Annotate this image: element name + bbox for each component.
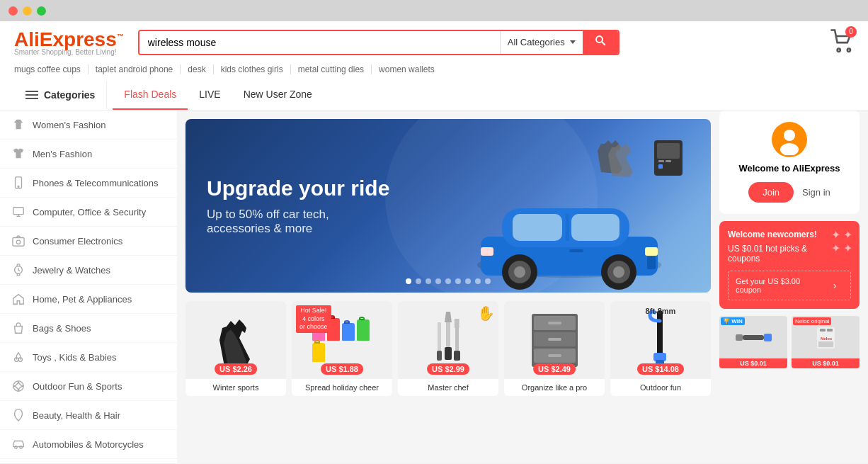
sidebar-item-home[interactable]: Home, Pet & Appliances	[0, 285, 177, 314]
banner-dot-0[interactable]	[406, 278, 411, 284]
price-badge-0: US $2.26	[215, 363, 257, 375]
suggestion-item[interactable]: metal cutting dies	[291, 64, 372, 74]
banner-dot-4[interactable]	[445, 278, 451, 284]
sidebar-item-label: Consumer Electronics	[33, 236, 122, 247]
svg-rect-10	[17, 264, 20, 266]
join-button[interactable]: Join	[748, 182, 794, 203]
hand-emoji: ✋	[477, 305, 495, 322]
svg-rect-61	[743, 335, 764, 340]
sidebar-item-electronics[interactable]: Consumer Electronics	[0, 227, 177, 256]
svg-rect-60	[736, 334, 743, 341]
sidebar-item-home-improvement[interactable]: Home Improvement & Tools	[0, 459, 177, 463]
categories-label: Categories	[44, 89, 95, 101]
hot-pick-memory[interactable]: Neloc original Neloc US $0.01	[792, 316, 860, 368]
nav-live[interactable]: LIVE	[188, 80, 232, 110]
sidebar-item-bags[interactable]: Bags & Shoes	[0, 314, 177, 343]
coupon-voucher-text: Get your US $3.00coupon	[736, 277, 800, 294]
banner-dot-3[interactable]	[435, 278, 441, 284]
search-input[interactable]	[139, 31, 500, 54]
avatar-svg	[774, 124, 805, 155]
user-avatar	[772, 122, 807, 157]
coupon-stars: ✦ ✦✦ ✦	[831, 228, 852, 255]
banner-dot-2[interactable]	[426, 278, 431, 284]
product-card-winter-sports[interactable]: US $2.26 Winter sports	[185, 301, 286, 396]
svg-rect-51	[548, 322, 561, 324]
suggestion-item[interactable]: kids clothes girls	[214, 64, 291, 74]
product-label-0: Winter sports	[185, 379, 286, 396]
tshirt-icon	[11, 147, 25, 161]
chevron-down-icon	[570, 40, 576, 44]
svg-point-0	[596, 36, 603, 43]
svg-rect-43	[454, 351, 460, 361]
categories-menu[interactable]: Categories	[14, 81, 107, 109]
product-card-holiday-cheer[interactable]: Hot Sale!4 colorsor choose US $1.88 Spre…	[292, 301, 392, 396]
category-label: All Categories	[508, 37, 565, 47]
search-button[interactable]	[583, 31, 618, 54]
sidebar-item-phones[interactable]: Phones & Telecommunications	[0, 169, 177, 198]
sidebar-item-automobiles[interactable]: Automobiles & Motorcycles	[0, 430, 177, 459]
product-card-outdoor-fun[interactable]: 8ft-8mm US $14.08 Outdoor fun	[610, 301, 711, 396]
sidebar-item-toys[interactable]: Toys , Kids & Babies	[0, 343, 177, 372]
sidebar-item-beauty[interactable]: Beauty, Health & Hair	[0, 401, 177, 430]
nav-bar: Categories Flash Deals LIVE New User Zon…	[0, 80, 868, 111]
svg-rect-11	[17, 273, 20, 276]
category-dropdown[interactable]: All Categories	[501, 31, 583, 54]
product-card-master-chef[interactable]: ✋ US $2.99 Master chef	[398, 301, 498, 396]
svg-rect-64	[818, 341, 833, 347]
sidebar-item-outdoor[interactable]: Outdoor Fun & Sports	[0, 372, 177, 401]
coupon-voucher[interactable]: Get your US $3.00coupon ›	[728, 271, 851, 300]
coupon-card: Welcome newcomers! US $0.01 hot picks &c…	[719, 221, 860, 309]
car-icon	[11, 437, 25, 451]
sidebar-item-label: Women's Fashion	[33, 120, 105, 130]
product-label-2: Master chef	[398, 379, 498, 396]
search-bar: All Categories	[138, 30, 619, 55]
logo-area[interactable]: AliExpress™ Smarter Shopping, Better Liv…	[14, 28, 124, 56]
sidebar-item-womens-fashion[interactable]: Women's Fashion	[0, 111, 177, 140]
svg-rect-32	[647, 256, 656, 269]
nav-new-user-zone[interactable]: New User Zone	[232, 80, 324, 110]
svg-text:Neloc: Neloc	[821, 336, 833, 341]
hot-pick-img-memory: Neloc original Neloc	[792, 316, 860, 358]
banner-accessories	[640, 133, 697, 193]
product-image-wrap: US $2.26	[185, 301, 286, 379]
logo-text: AliExpress	[14, 28, 117, 50]
suggestion-item[interactable]: mugs coffee cups	[14, 64, 88, 74]
maximize-button[interactable]	[37, 6, 46, 16]
cart-badge: 0	[845, 26, 857, 38]
coupon-arrow[interactable]: ›	[826, 277, 843, 294]
svg-rect-20	[513, 214, 562, 241]
nav-flash-deals[interactable]: Flash Deals	[113, 80, 188, 110]
main-layout: Women's Fashion Men's Fashion Phones & T…	[0, 111, 868, 463]
svg-rect-37	[658, 164, 663, 169]
suggestion-item[interactable]: women wallets	[372, 64, 442, 74]
knives-display	[430, 308, 466, 372]
svg-rect-21	[571, 214, 619, 241]
product-card-organize[interactable]: US $2.49 Organize like a pro	[504, 301, 605, 396]
svg-rect-23	[645, 247, 658, 256]
suggestion-item[interactable]: taplet android phone	[88, 64, 181, 74]
sign-in-link[interactable]: Sign in	[802, 187, 830, 198]
banner-dot-5[interactable]	[455, 278, 461, 284]
close-button[interactable]	[8, 6, 18, 16]
suggestion-item[interactable]: desk	[181, 64, 213, 74]
drawer-svg	[528, 310, 581, 370]
hot-picks: 🏆 WIN US $0.01 Neloc original	[719, 316, 860, 368]
sidebar-item-computer[interactable]: Computer, Office & Security	[0, 198, 177, 227]
sidebar-item-label: Computer, Office & Security	[33, 207, 146, 217]
svg-line-1	[602, 42, 605, 45]
svg-rect-24	[481, 247, 493, 256]
svg-rect-7	[13, 238, 24, 247]
banner-dot-1[interactable]	[416, 278, 421, 284]
sidebar-item-mens-fashion[interactable]: Men's Fashion	[0, 140, 177, 169]
sidebar-item-label: Automobiles & Motorcycles	[33, 439, 144, 450]
hot-pick-cable[interactable]: 🏆 WIN US $0.01	[719, 316, 787, 368]
svg-rect-66	[827, 329, 833, 332]
product-grid: US $2.26 Winter sports	[185, 301, 711, 396]
sidebar-item-label: Outdoor Fun & Sports	[33, 381, 122, 392]
sidebar-item-jewelry[interactable]: Jewelry & Watches	[0, 256, 177, 285]
minimize-button[interactable]	[23, 6, 32, 16]
cart-area[interactable]: 0	[830, 29, 854, 56]
glove-img	[211, 308, 261, 372]
hot-pick-price-cable: US $0.01	[719, 358, 787, 368]
hero-banner[interactable]: Upgrade your ride Up to 50% off car tech…	[185, 119, 711, 293]
